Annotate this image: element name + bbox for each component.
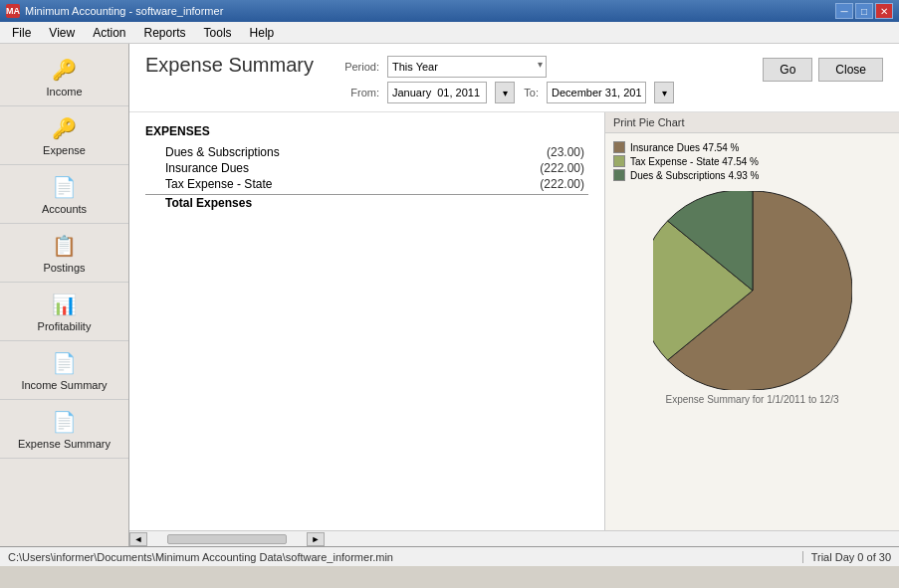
pie-svg: [653, 191, 852, 390]
menu-action[interactable]: Action: [85, 24, 133, 42]
menu-file[interactable]: File: [4, 24, 39, 42]
sidebar-item-income-label: Income: [46, 86, 82, 98]
menu-bar: File View Action Reports Tools Help: [0, 22, 899, 44]
legend-color-0: [613, 141, 625, 153]
sidebar-item-expense[interactable]: 🔑 Expense: [0, 106, 128, 165]
scroll-thumb[interactable]: [167, 534, 287, 544]
from-calendar-button[interactable]: ▾: [495, 82, 515, 103]
title-bar: MA Minimum Accounting - software_informe…: [0, 0, 899, 22]
sidebar-item-income[interactable]: 🔑 Income: [0, 48, 128, 106]
legend-label-2: Dues & Subscriptions 4.93 %: [630, 170, 760, 181]
to-calendar-button[interactable]: ▾: [654, 82, 674, 103]
legend-item-1: Tax Expense - State 47.54 %: [613, 155, 891, 167]
header-buttons: Go Close: [763, 56, 883, 82]
expense-icon: 🔑: [49, 114, 81, 142]
sidebar: 🔑 Income 🔑 Expense 📄 Accounts 📋 Postings…: [0, 44, 129, 546]
legend-label-1: Tax Expense - State 47.54 %: [630, 156, 759, 167]
period-select[interactable]: This Year: [387, 56, 547, 78]
to-date-input[interactable]: [547, 82, 646, 103]
sidebar-item-postings[interactable]: 📋 Postings: [0, 224, 128, 283]
menu-reports[interactable]: Reports: [136, 24, 194, 42]
expense-row-dues: Dues & Subscriptions (23.00): [145, 144, 588, 160]
sidebar-item-expense-summary-label: Expense Summary: [18, 438, 111, 450]
expense-row-tax: Tax Expense - State (222.00): [145, 176, 588, 192]
legend-color-1: [613, 155, 625, 167]
expense-label-dues: Dues & Subscriptions: [165, 145, 280, 159]
menu-help[interactable]: Help: [242, 24, 283, 42]
pie-chart: [653, 191, 852, 390]
sidebar-item-income-summary[interactable]: 📄 Income Summary: [0, 341, 128, 400]
horizontal-scrollbar[interactable]: ◄ ►: [129, 530, 899, 546]
maximize-button[interactable]: □: [855, 3, 873, 19]
period-controls: Period: This Year From: ▾ To: ▾: [344, 56, 674, 103]
content-header: Expense Summary Period: This Year From: …: [129, 44, 899, 112]
sidebar-item-income-summary-label: Income Summary: [21, 379, 107, 391]
status-bar: C:\Users\informer\Documents\Minimum Acco…: [0, 546, 899, 566]
minimize-button[interactable]: ─: [835, 3, 853, 19]
expense-row-insurance: Insurance Dues (222.00): [145, 160, 588, 176]
legend-label-0: Insurance Dues 47.54 %: [630, 142, 740, 153]
chart-inner: Insurance Dues 47.54 % Tax Expense - Sta…: [605, 133, 899, 530]
income-summary-icon: 📄: [49, 349, 81, 377]
expense-row-total: Total Expenses: [145, 194, 588, 211]
expense-summary-icon: 📄: [49, 408, 81, 436]
menu-tools[interactable]: Tools: [196, 24, 240, 42]
print-pie-button[interactable]: Print Pie Chart: [605, 112, 899, 133]
legend-item-2: Dues & Subscriptions 4.93 %: [613, 169, 891, 181]
expense-amount-dues: (23.00): [547, 145, 584, 159]
sidebar-item-accounts-label: Accounts: [42, 203, 87, 215]
sidebar-item-accounts[interactable]: 📄 Accounts: [0, 165, 128, 224]
from-date-input[interactable]: [387, 82, 487, 103]
postings-icon: 📋: [49, 232, 81, 260]
expense-amount-insurance: (222.00): [540, 161, 584, 175]
main-container: 🔑 Income 🔑 Expense 📄 Accounts 📋 Postings…: [0, 44, 899, 546]
scroll-left-button[interactable]: ◄: [129, 532, 147, 546]
expense-label-insurance: Insurance Dues: [165, 161, 249, 175]
chart-legend: Insurance Dues 47.54 % Tax Expense - Sta…: [613, 141, 891, 183]
period-row: Period: This Year: [344, 56, 674, 78]
report-title: Expense Summary: [145, 54, 325, 77]
title-controls[interactable]: ─ □ ✕: [835, 3, 893, 19]
app-icon: MA: [6, 4, 20, 18]
status-path: C:\Users\informer\Documents\Minimum Acco…: [8, 551, 393, 563]
title-bar-left: MA Minimum Accounting - software_informe…: [6, 4, 223, 18]
expenses-section-header: EXPENSES: [145, 122, 588, 140]
menu-view[interactable]: View: [41, 24, 83, 42]
window-close-button[interactable]: ✕: [875, 3, 893, 19]
accounts-icon: 📄: [49, 173, 81, 201]
expense-label-tax: Tax Expense - State: [165, 177, 272, 191]
date-row: From: ▾ To: ▾: [344, 82, 674, 103]
sidebar-item-profitability-label: Profitability: [38, 320, 92, 332]
total-label: Total Expenses: [165, 196, 252, 210]
sidebar-item-postings-label: Postings: [43, 262, 85, 274]
chart-area: Print Pie Chart Insurance Dues 47.54 % T…: [605, 112, 899, 530]
window-title: Minimum Accounting - software_informer: [25, 5, 223, 17]
legend-color-2: [613, 169, 625, 181]
sidebar-item-profitability[interactable]: 📊 Profitability: [0, 283, 128, 341]
profitability-icon: 📊: [49, 291, 81, 318]
sidebar-item-expense-label: Expense: [43, 144, 86, 156]
expense-table-area: EXPENSES Dues & Subscriptions (23.00) In…: [129, 112, 605, 530]
sidebar-item-expense-summary[interactable]: 📄 Expense Summary: [0, 400, 128, 459]
legend-item-0: Insurance Dues 47.54 %: [613, 141, 891, 153]
expense-amount-tax: (222.00): [540, 177, 584, 191]
scroll-right-button[interactable]: ►: [307, 532, 325, 546]
to-label: To:: [523, 87, 539, 98]
go-button[interactable]: Go: [763, 58, 812, 82]
period-select-wrapper[interactable]: This Year: [387, 56, 547, 78]
chart-caption: Expense Summary for 1/1/2011 to 12/3: [666, 394, 839, 405]
income-icon: 🔑: [49, 56, 81, 84]
from-label: From:: [344, 87, 379, 98]
close-report-button[interactable]: Close: [818, 58, 883, 82]
period-label: Period:: [344, 61, 379, 73]
content-body: EXPENSES Dues & Subscriptions (23.00) In…: [129, 112, 899, 530]
trial-status: Trial Day 0 of 30: [802, 551, 891, 563]
content-area: Expense Summary Period: This Year From: …: [129, 44, 899, 546]
